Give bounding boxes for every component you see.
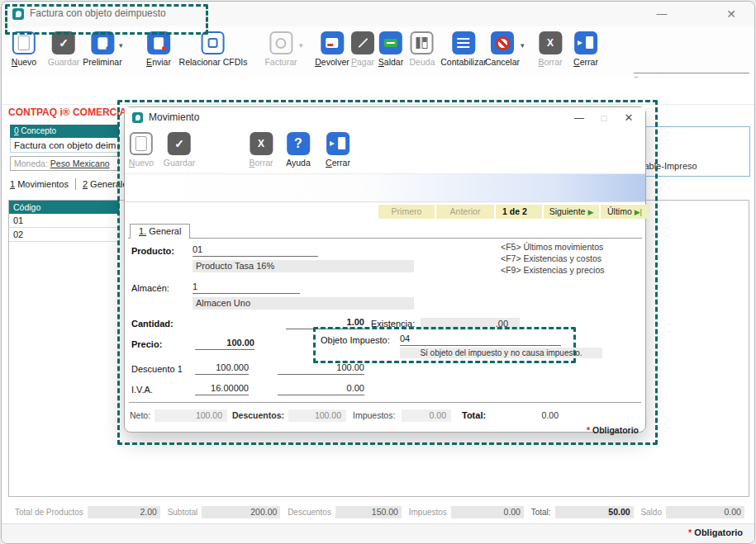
neto-label: Neto: [130, 410, 150, 420]
cerrar-button[interactable]: Cerrar [573, 31, 598, 67]
nav-siguiente-button[interactable]: Siguiente ▶ [544, 205, 599, 219]
enviar-button[interactable]: Enviar [146, 31, 171, 67]
nav-anterior-button[interactable]: Anterior [436, 205, 494, 219]
last-arrow-icon: ▶| [635, 208, 642, 216]
precio-input[interactable]: 100.00 [195, 338, 254, 350]
function-key-hints: <F5> Últimos movimientos <F7> Existencia… [501, 241, 604, 276]
iva-pct-input[interactable]: 16.00000 [195, 383, 249, 395]
descuentos-field: Descuentos 150.00 [288, 506, 402, 518]
pagar-button[interactable]: Pagar [351, 31, 374, 67]
dialog-obligatorio-note: * Obligatorio [587, 425, 639, 435]
saldar-button[interactable]: Saldar [378, 31, 403, 67]
preliminar-dropdown-caret[interactable]: ▾ [119, 41, 123, 50]
dialog-close-button[interactable]: ✕ [617, 108, 640, 128]
application-window: Factura con objeto deimpuesto — ✕ Nuevo … [1, 1, 755, 544]
new-document-icon [130, 132, 153, 155]
moneda-field[interactable]: Moneda: Peso Mexicano [10, 156, 119, 171]
total-field: Total: 50.00 [531, 506, 634, 518]
toolbar-substrip [2, 78, 754, 105]
totals-separator [129, 402, 641, 403]
relacionar-cfdis-button[interactable]: Relacionar CFDIs [179, 31, 248, 67]
relate-documents-icon [202, 31, 225, 54]
nav-position-label: 1 de 2 [496, 205, 542, 219]
almacen-code-input[interactable]: 1 [193, 281, 300, 294]
descuento-label: Descuento 1 [131, 364, 183, 374]
window-title: Factura con objeto deimpuesto [30, 7, 166, 19]
descuento-amt-input[interactable]: 100.00 [278, 362, 364, 375]
next-arrow-icon: ▶ [587, 208, 593, 216]
objeto-impuesto-input[interactable]: 04 [400, 333, 561, 346]
column-header-codigo: Código [9, 201, 120, 214]
descuentos-value: 100.00 [288, 409, 346, 422]
send-floppy-icon [147, 31, 170, 54]
hint-f7: <F7> Existencias y costos [501, 253, 604, 264]
deuda-button[interactable]: Deuda [410, 31, 435, 67]
dialog-tab-general[interactable]: 1. General [130, 224, 190, 239]
dialog-gradient-strip [125, 173, 645, 202]
help-question-icon: ? [287, 132, 310, 155]
concepto-value-field[interactable]: Factura con objeto deim [10, 138, 119, 153]
movimiento-dialog: Movimiento — □ ✕ Nuevo ✓ Guardar X Borra… [124, 106, 646, 433]
objeto-impuesto-desc: Sí objeto del impuesto y no causa impues… [400, 348, 602, 358]
dialog-cerrar-button[interactable]: Cerrar [326, 132, 350, 168]
nav-ultimo-button[interactable]: Último ▶| [601, 205, 649, 219]
cancel-prohibition-icon [491, 31, 514, 54]
cantidad-input[interactable]: 1.00 [286, 317, 364, 329]
borrar-button[interactable]: X Borrar [538, 31, 562, 67]
window-bottom-strip: * Obligatorio [2, 523, 754, 544]
almacen-desc: Almacen Uno [193, 297, 414, 310]
total-label: Total: [462, 410, 486, 420]
precio-label: Precio: [131, 339, 162, 349]
dialog-ayuda-button[interactable]: ? Ayuda [286, 132, 311, 168]
brand-label: CONTPAQ i® COMERCIAL [8, 106, 133, 118]
objeto-impuesto-label: Objeto Impuesto: [321, 335, 390, 345]
moneda-value: Peso Mexicano [50, 158, 110, 168]
proyecto-input-line [634, 73, 749, 73]
tab-movimientos[interactable]: 1 Movimientos [10, 179, 69, 189]
facturar-button[interactable]: Facturar [264, 31, 297, 67]
save-check-icon: ✓ [52, 31, 75, 54]
obligatorio-note: * Obligatorio [688, 527, 743, 537]
contpaq-logo-icon [12, 8, 24, 20]
facturar-dropdown-caret[interactable]: ▾ [299, 41, 303, 50]
save-check-icon: ✓ [168, 132, 191, 155]
existencia-value: .00 [421, 318, 520, 330]
devolver-button[interactable]: Devolver [315, 31, 349, 67]
contpaq-logo-icon [132, 112, 143, 123]
cancelar-dropdown-caret[interactable]: ▾ [521, 41, 525, 50]
almacen-label: Almacén: [131, 283, 169, 293]
descuentos-label: Descuentos: [232, 410, 284, 420]
record-navigator: Primero Anterior 1 de 2 Siguiente ▶ Últi… [378, 205, 649, 219]
contabilizar-button[interactable]: Contabilizar [440, 31, 486, 67]
close-button[interactable]: ✕ [717, 3, 745, 25]
pay-pen-icon [351, 31, 374, 54]
new-document-icon [12, 31, 36, 54]
table-row[interactable]: 01 [9, 214, 120, 228]
nav-primero-button[interactable]: Primero [378, 205, 435, 219]
producto-code-input[interactable]: 01 [193, 244, 318, 257]
guardar-button[interactable]: ✓ Guardar [48, 31, 80, 67]
document-tabs: 1 Movimientos 2 Generales [10, 178, 132, 190]
concepto-panel: 0 Concepto Factura con objeto deim Moned… [8, 122, 124, 177]
dialog-nuevo-button[interactable]: Nuevo [129, 132, 154, 168]
minimize-button[interactable]: — [648, 3, 676, 25]
main-toolbar: Nuevo ✓ Guardar Preliminar ▾ Enviar Rela… [2, 26, 754, 78]
producto-label: Producto: [131, 246, 174, 256]
tab-baseline [128, 238, 642, 239]
nuevo-button[interactable]: Nuevo [12, 31, 36, 67]
dialog-borrar-button[interactable]: X Borrar [249, 132, 273, 168]
debt-cabinet-icon [411, 31, 434, 54]
descuento-pct-input[interactable]: 100.000 [195, 362, 249, 375]
return-window-icon [321, 31, 344, 54]
delete-x-icon: X [250, 132, 273, 155]
iva-label: I.V.A. [131, 385, 153, 395]
delete-x-icon: X [539, 31, 562, 54]
preliminar-button[interactable]: Preliminar [83, 31, 121, 67]
dialog-minimize-button[interactable]: — [568, 108, 591, 128]
cancelar-button[interactable]: Cancelar [485, 31, 520, 67]
dialog-maximize-button[interactable]: □ [592, 108, 616, 128]
iva-amt-input[interactable]: 0.00 [278, 383, 364, 395]
tab-divider [75, 178, 76, 190]
dialog-guardar-button[interactable]: ✓ Guardar [164, 132, 196, 168]
table-row[interactable]: 02 [9, 228, 120, 242]
